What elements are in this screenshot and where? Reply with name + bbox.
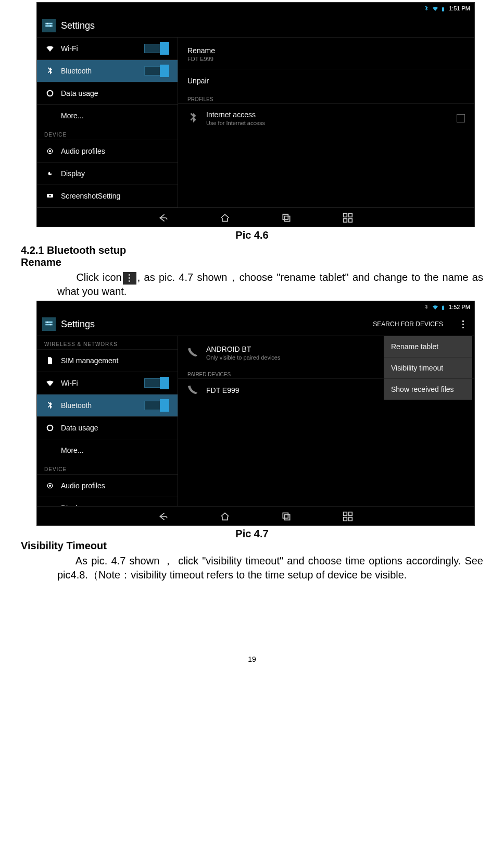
- screenshot-pic-4-6: 1:51 PM Settings Wi-Fi: [36, 2, 475, 227]
- sidebar-item-display[interactable]: Display: [37, 162, 178, 184]
- svg-rect-0: [442, 7, 444, 11]
- popup-visibility-timeout[interactable]: Visibility timeout: [384, 357, 472, 378]
- sidebar-item-audio-profiles[interactable]: Audio profiles: [37, 140, 178, 162]
- svg-rect-18: [285, 216, 290, 221]
- status-clock: 1:52 PM: [449, 304, 470, 310]
- visibility-timeout-heading: Visibility Timeout: [21, 540, 483, 552]
- sidebar-item-more[interactable]: More...: [37, 104, 178, 127]
- bluetooth-status-icon: [424, 304, 429, 310]
- sidebar-item-label: Wi-Fi: [61, 379, 78, 387]
- svg-rect-26: [45, 324, 53, 325]
- android-bt-label: ANDROID BT: [206, 345, 251, 353]
- system-nav-bar: [37, 506, 474, 526]
- sidebar-item-data-usage[interactable]: Data usage: [37, 416, 178, 439]
- sidebar-item-more[interactable]: More...: [37, 439, 178, 461]
- recent-apps-icon[interactable]: [279, 511, 294, 522]
- caption-pic-4-6: Pic 4.6: [21, 229, 483, 241]
- unpair-row[interactable]: Unpair: [178, 69, 474, 92]
- internet-access-subtext: Use for Internet access: [206, 120, 265, 126]
- caption-pic-4-7: Pic 4.7: [21, 528, 483, 540]
- sidebar-item-label: Wi-Fi: [61, 44, 78, 53]
- svg-rect-36: [285, 515, 290, 520]
- svg-point-11: [49, 195, 51, 197]
- phone-icon: [187, 384, 199, 397]
- battery-status-icon: [440, 6, 446, 11]
- bluetooth-main-pane: ANDROID BT Only visible to paired device…: [178, 336, 474, 506]
- back-icon[interactable]: [156, 212, 171, 224]
- data-usage-icon: [45, 423, 55, 433]
- profiles-section-label: PROFILES: [178, 92, 474, 103]
- svg-rect-24: [443, 305, 444, 306]
- rename-row[interactable]: Rename FDT E999: [178, 40, 474, 69]
- sidebar-item-audio-profiles[interactable]: Audio profiles: [37, 474, 178, 497]
- recent-apps-icon[interactable]: [279, 212, 294, 224]
- screenshot-nav-icon[interactable]: [341, 212, 355, 224]
- search-for-devices-button[interactable]: SEARCH FOR DEVICES: [368, 317, 448, 331]
- svg-rect-21: [344, 219, 347, 223]
- audio-profiles-icon: [45, 146, 55, 156]
- home-icon[interactable]: [218, 212, 232, 224]
- visibility-timeout-text: As pic. 4.7 shown ， click "visibility ti…: [57, 555, 483, 581]
- settings-sidebar: Wi-Fi Bluetooth Data usage: [37, 38, 178, 207]
- internet-access-checkbox[interactable]: [457, 114, 465, 122]
- svg-rect-40: [349, 517, 352, 521]
- sidebar-item-bluetooth[interactable]: Bluetooth: [37, 59, 178, 82]
- svg-point-30: [49, 485, 51, 487]
- app-header: Settings: [37, 14, 474, 38]
- sidebar-item-bluetooth[interactable]: Bluetooth: [37, 394, 178, 416]
- rename-heading: Rename: [21, 256, 483, 268]
- para1a: Click icon: [76, 272, 121, 283]
- sidebar-item-display[interactable]: Display: [37, 497, 178, 506]
- wifi-toggle[interactable]: [144, 44, 169, 53]
- internet-access-row[interactable]: Internet access Use for Internet access: [178, 103, 474, 133]
- svg-rect-22: [349, 219, 352, 223]
- screenshot-setting-icon: [45, 191, 55, 201]
- display-icon: [45, 503, 55, 506]
- bluetooth-toggle[interactable]: [144, 66, 169, 76]
- svg-point-5: [50, 25, 52, 27]
- sidebar-item-label: Bluetooth: [61, 401, 92, 410]
- data-usage-icon: [45, 89, 55, 98]
- home-icon[interactable]: [218, 511, 232, 522]
- unpair-label: Unpair: [187, 77, 209, 85]
- sidebar-item-data-usage[interactable]: Data usage: [37, 82, 178, 104]
- bluetooth-pan-icon: [187, 112, 199, 125]
- svg-rect-37: [344, 512, 347, 516]
- sidebar-item-sim-management[interactable]: SIM management: [37, 349, 178, 372]
- svg-rect-20: [349, 214, 352, 217]
- wifi-icon: [45, 378, 55, 388]
- wifi-status-icon: [432, 6, 437, 11]
- svg-point-4: [47, 23, 48, 24]
- more-placeholder-icon: [45, 111, 55, 120]
- overflow-menu-icon[interactable]: [457, 320, 469, 328]
- sidebar-item-storage[interactable]: Storage: [37, 207, 178, 207]
- bluetooth-toggle[interactable]: [144, 401, 169, 410]
- sidebar-item-label: Display: [61, 169, 85, 178]
- battery-status-icon: [440, 304, 446, 310]
- svg-rect-38: [349, 512, 352, 516]
- svg-rect-39: [344, 517, 347, 521]
- svg-rect-35: [283, 513, 288, 518]
- bluetooth-status-icon: [424, 6, 429, 11]
- back-icon[interactable]: [156, 511, 171, 522]
- rename-paragraph: Click icon, as pic. 4.7 shown，choose "re…: [57, 270, 483, 299]
- popup-rename-tablet[interactable]: Rename tablet: [384, 336, 472, 357]
- sidebar-item-screenshot-setting[interactable]: ScreenshotSetting: [37, 184, 178, 207]
- sidebar-item-wifi[interactable]: Wi-Fi: [37, 38, 178, 59]
- sidebar-item-label: More...: [61, 446, 84, 454]
- app-title: Settings: [61, 319, 95, 330]
- popup-show-received-files[interactable]: Show received files: [384, 378, 472, 400]
- sidebar-section-wireless: WIRELESS & NETWORKS: [37, 336, 178, 349]
- display-icon: [45, 169, 55, 178]
- sidebar-item-label: Data usage: [61, 89, 98, 97]
- paired-device-label: FDT E999: [206, 386, 240, 394]
- overflow-menu-icon: [123, 272, 136, 285]
- more-placeholder-icon: [45, 446, 55, 455]
- svg-point-6: [47, 91, 53, 96]
- sidebar-item-label: Display: [61, 504, 85, 506]
- screenshot-nav-icon[interactable]: [341, 511, 355, 522]
- bluetooth-device-options-pane: Rename FDT E999 Unpair PROFILES Internet…: [178, 38, 474, 207]
- svg-rect-1: [443, 7, 444, 7]
- wifi-toggle[interactable]: [144, 378, 169, 388]
- sidebar-item-wifi[interactable]: Wi-Fi: [37, 372, 178, 394]
